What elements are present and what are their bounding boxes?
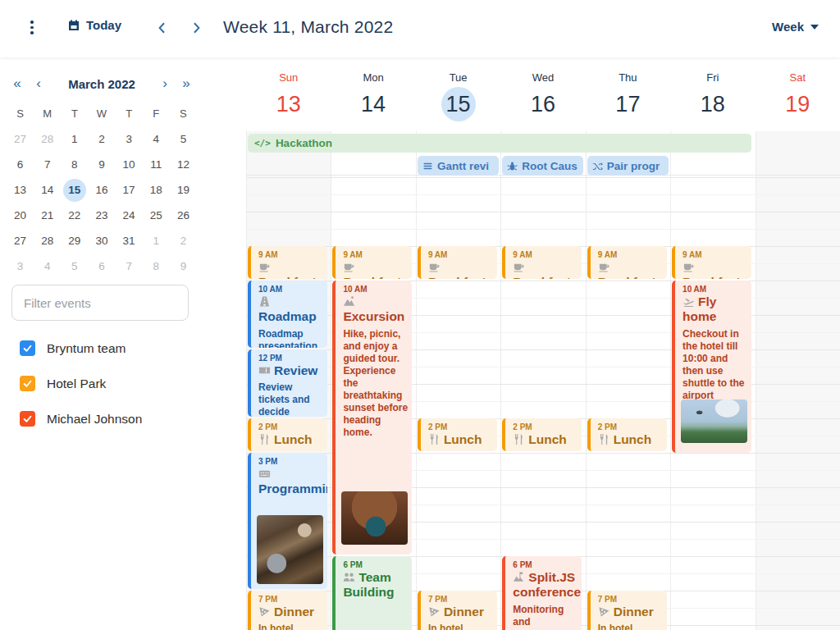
weekday-letter: S <box>7 105 34 123</box>
mini-calendar-day[interactable]: 10 <box>116 156 143 174</box>
mini-calendar-day[interactable]: 7 <box>34 156 61 174</box>
mini-calendar-day[interactable]: 6 <box>7 156 34 174</box>
event-breakfast[interactable]: 9 AM Breakfast <box>248 246 327 279</box>
mini-calendar-day[interactable]: 25 <box>143 207 170 225</box>
event-hackathon[interactable]: </> Hackathon <box>248 134 751 153</box>
mini-calendar-day[interactable]: 8 <box>61 156 88 174</box>
mini-calendar-day[interactable]: 14 <box>34 181 61 199</box>
page-title: Week 11, March 2022 <box>223 17 393 37</box>
event-team-building[interactable]: 6 PM Team Building <box>332 556 412 630</box>
mini-calendar-day[interactable]: 2 <box>170 232 197 250</box>
event-excursion[interactable]: 10 AM Excursion Hike, picnic, and enjoy … <box>332 281 412 555</box>
weekday-letter: F <box>143 105 170 123</box>
event-breakfast[interactable]: 9 AM Breakfast <box>502 246 582 279</box>
next-week-button[interactable] <box>188 19 206 37</box>
mini-calendar-day[interactable]: 19 <box>170 181 197 199</box>
day-header-mon[interactable]: Mon 14 <box>331 57 415 131</box>
mini-calendar-day[interactable]: 1 <box>61 130 88 148</box>
event-lunch[interactable]: 2 PM Lunch <box>502 418 582 451</box>
event-splitjs-conference[interactable]: 6 PM Split.JS conference Monitoring and … <box>502 556 582 630</box>
day-header-sun[interactable]: Sun 13 <box>246 57 331 131</box>
event-dinner[interactable]: 7 PM Dinner In hotel <box>248 591 327 630</box>
checkbox-checked[interactable] <box>20 340 35 356</box>
mini-calendar-day[interactable]: 6 <box>88 258 115 276</box>
mini-calendar-selected-day[interactable]: 15 <box>61 181 88 199</box>
mini-calendar-day[interactable]: 22 <box>61 207 88 225</box>
conference-icon <box>513 571 525 583</box>
event-pair-programming[interactable]: Pair progr <box>587 156 669 176</box>
event-breakfast[interactable]: 9 AM Breakfast <box>672 246 751 279</box>
event-dinner[interactable]: 7 PM Dinner In hotel <box>587 591 667 630</box>
mini-calendar-day[interactable]: 1 <box>143 232 170 250</box>
view-mode-dropdown[interactable]: Week <box>772 20 819 34</box>
fly-home-photo <box>681 399 747 443</box>
event-review[interactable]: 12 PM Review Review tickets and decide f… <box>248 349 327 417</box>
schedule-grid[interactable]: 9 AM Breakfast 10 AM Roadmap Roadmap pre… <box>246 176 840 630</box>
day-header-tue-today[interactable]: Tue 15 <box>416 57 500 131</box>
mini-calendar-day[interactable]: 5 <box>170 130 197 148</box>
mini-calendar-day[interactable]: 26 <box>170 207 197 225</box>
mini-calendar-day[interactable]: 29 <box>61 232 88 250</box>
mini-calendar-day[interactable]: 7 <box>116 258 143 276</box>
day-header-fri[interactable]: Fri 18 <box>670 57 755 131</box>
overflow-menu-button[interactable] <box>25 21 39 37</box>
event-breakfast[interactable]: 9 AM Breakfast <box>418 246 497 279</box>
mini-calendar-day[interactable]: 30 <box>88 232 115 250</box>
mini-calendar-day[interactable]: 11 <box>143 156 170 174</box>
calendar-label: Michael Johnson <box>47 412 142 427</box>
mini-calendar-day[interactable]: 4 <box>143 130 170 148</box>
calendar-toggle-bryntum-team[interactable]: Bryntum team <box>20 340 142 356</box>
event-lunch[interactable]: 2 PM Lunch <box>418 418 497 451</box>
checkbox-checked[interactable] <box>20 411 35 427</box>
mini-calendar-day[interactable]: 28 <box>34 130 61 148</box>
mini-calendar-day[interactable]: 3 <box>7 258 34 276</box>
checkbox-checked[interactable] <box>20 376 35 391</box>
mini-calendar-day[interactable]: 27 <box>7 232 34 250</box>
event-lunch[interactable]: 2 PM Lunch <box>587 418 667 451</box>
mini-calendar-day[interactable]: 5 <box>61 258 88 276</box>
mini-calendar-day[interactable]: 27 <box>7 130 34 148</box>
weekday-letter: M <box>34 105 61 123</box>
mini-calendar-day[interactable]: 2 <box>88 130 115 148</box>
mini-calendar-title: March 2022 <box>49 77 154 91</box>
mini-calendar-day[interactable]: 8 <box>143 258 170 276</box>
mini-calendar-day[interactable]: 17 <box>116 181 143 199</box>
event-lunch[interactable]: 2 PM Lunch <box>248 418 327 451</box>
day-header-sat[interactable]: Sat 19 <box>756 57 840 131</box>
prev-month-button[interactable]: ‹ <box>28 75 49 92</box>
mini-calendar-day[interactable]: 20 <box>7 207 34 225</box>
day-header-thu[interactable]: Thu 17 <box>586 57 670 131</box>
mini-calendar-day[interactable]: 9 <box>88 156 115 174</box>
event-gantt-review[interactable]: Gantt revi <box>418 156 499 176</box>
event-root-cause[interactable]: Root Caus <box>502 156 583 176</box>
event-breakfast[interactable]: 9 AM Breakfast <box>587 246 667 279</box>
today-button[interactable]: Today <box>67 18 121 32</box>
map-icon <box>258 295 271 308</box>
event-breakfast[interactable]: 9 AM Breakfast <box>332 246 412 279</box>
mini-calendar-day[interactable]: 12 <box>170 156 197 174</box>
next-year-button[interactable]: » <box>176 75 197 92</box>
mini-calendar-day[interactable]: 3 <box>116 130 143 148</box>
mini-calendar-day[interactable]: 4 <box>34 258 61 276</box>
event-dinner[interactable]: 7 PM Dinner In hotel <box>418 591 497 630</box>
mini-calendar-day[interactable]: 13 <box>7 181 34 199</box>
mini-calendar-day[interactable]: 16 <box>88 181 115 199</box>
next-month-button[interactable]: › <box>154 75 176 92</box>
event-fly-home[interactable]: 10 AM Fly home Checkout in the hotel til… <box>672 281 751 453</box>
day-header-wed[interactable]: Wed 16 <box>500 57 585 131</box>
mini-calendar-day[interactable]: 18 <box>143 181 170 199</box>
previous-week-button[interactable] <box>153 19 171 37</box>
mini-calendar-day[interactable]: 24 <box>116 207 143 225</box>
event-programming[interactable]: 3 PM Programming <box>248 453 327 589</box>
calendar-toggle-hotel-park[interactable]: Hotel Park <box>20 376 142 391</box>
mini-calendar-day[interactable]: 31 <box>116 232 143 250</box>
mini-calendar-day[interactable]: 23 <box>88 207 115 225</box>
mini-calendar-day[interactable]: 21 <box>34 207 61 225</box>
filter-events-input[interactable] <box>11 285 189 321</box>
mini-calendar-day[interactable]: 9 <box>170 258 197 276</box>
calendar-toggle-michael-johnson[interactable]: Michael Johnson <box>20 411 142 427</box>
utensils-icon <box>598 433 610 445</box>
mini-calendar-day[interactable]: 28 <box>34 232 61 250</box>
prev-year-button[interactable]: « <box>7 75 28 92</box>
event-roadmap[interactable]: 10 AM Roadmap Roadmap presentation for 2… <box>248 281 327 348</box>
